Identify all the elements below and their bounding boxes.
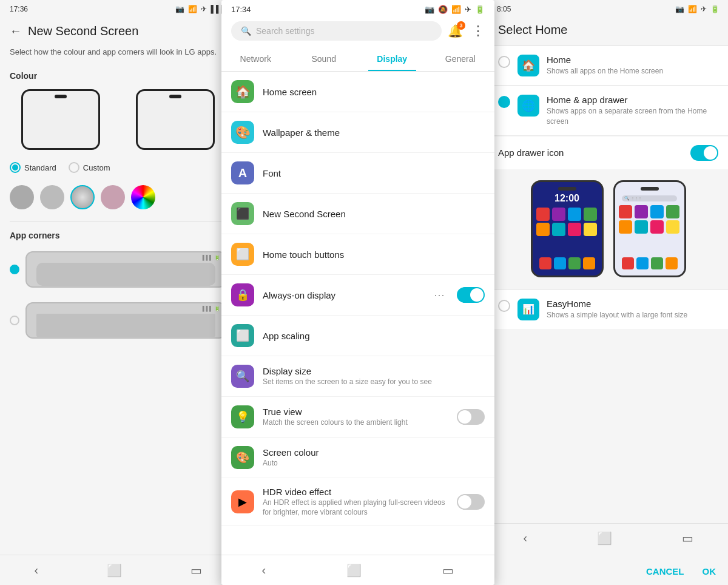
left-page-title: New Second Screen <box>28 24 138 38</box>
font-text: Font <box>263 168 485 178</box>
app-icon <box>584 223 597 236</box>
right-status-bar: 8:05 📷 📶 ✈ 🔋 <box>488 0 728 18</box>
app-scaling-title: App scaling <box>263 331 485 341</box>
settings-list: 🏠 Home screen 🎨 Wallpaper & theme A Font… <box>221 72 494 560</box>
second-screen-title: New Second Screen <box>263 209 485 219</box>
bell-wrap[interactable]: 🔔 3 <box>448 24 463 38</box>
tab-display[interactable]: Display <box>358 47 426 71</box>
tab-sound[interactable]: Sound <box>290 47 359 71</box>
left-subtitle: Select how the colour and app corners wi… <box>0 47 236 66</box>
easy-home-icon: 📊 <box>517 299 539 320</box>
app-icon <box>568 223 581 236</box>
app-scaling-text: App scaling <box>263 331 485 341</box>
right-back-nav[interactable]: ‹ <box>523 531 527 545</box>
home-option[interactable]: 🏠 Home Shows all apps on the Home screen <box>488 46 728 86</box>
standard-radio[interactable] <box>10 162 21 173</box>
custom-option[interactable]: Custom <box>69 162 110 173</box>
hdr-subtitle: An HDR effect is applied when playing fu… <box>263 498 448 517</box>
settings-item-second-screen[interactable]: ⬛ New Second Screen <box>221 194 494 234</box>
display-size-icon: 🔍 <box>231 365 254 388</box>
search-bar[interactable]: 🔍 Search settings <box>231 21 442 41</box>
corner-option-1[interactable]: ▌▌▌ 🔋 <box>0 246 236 292</box>
settings-item-hdr[interactable]: ▶ HDR video effect An HDR effect is appl… <box>221 478 494 526</box>
colour-circle-1[interactable] <box>10 185 34 209</box>
left-panel: 17:36 📷 📶 ✈ ▌▌▌ ← New Second Screen Sele… <box>0 0 237 585</box>
right-nav-bar: ‹ ⬜ ▭ <box>488 523 728 552</box>
colour-circle-3[interactable] <box>70 185 95 209</box>
center-home-nav[interactable]: ⬜ <box>346 563 362 578</box>
app-icon <box>635 205 648 218</box>
left-home-nav[interactable]: ⬜ <box>107 563 122 578</box>
ok-button[interactable]: OK <box>703 566 716 577</box>
screenshot-icon: 📷 <box>425 5 434 14</box>
easy-home-option[interactable]: 📊 EasyHome Shows a simple layout with a … <box>488 289 728 329</box>
center-status-icons: 📷 🔕 📶 ✈ 🔋 <box>425 5 485 14</box>
tab-general[interactable]: General <box>426 47 495 71</box>
cancel-button[interactable]: CANCEL <box>646 566 684 577</box>
display-size-text: Display size Set items on the screen to … <box>263 366 485 387</box>
corner-radio-2[interactable] <box>10 316 19 325</box>
home-app-drawer-option[interactable]: 🌐 Home & app drawer Shows apps on a sepa… <box>488 86 728 136</box>
preview-dock-dark <box>539 257 595 269</box>
center-back-nav[interactable]: ‹ <box>262 563 266 577</box>
home-option-icon: 🏠 <box>517 55 539 76</box>
corner-radio-1[interactable] <box>10 265 19 274</box>
colour-circle-5[interactable] <box>131 185 155 209</box>
settings-item-home-touch[interactable]: ⬜ Home touch buttons <box>221 234 494 275</box>
tab-bar: Network Sound Display General <box>221 47 494 72</box>
home-radio[interactable] <box>498 56 510 68</box>
back-button[interactable]: ← <box>10 24 22 38</box>
corner-option-2[interactable]: ▌▌▌ 🔋 <box>0 297 236 343</box>
hdr-title: HDR video effect <box>263 487 448 497</box>
left-time: 17:36 <box>10 5 28 13</box>
settings-item-screen-colour[interactable]: 🎨 Screen colour Auto <box>221 438 494 478</box>
left-back-nav[interactable]: ‹ <box>34 563 38 577</box>
settings-item-home-screen[interactable]: 🏠 Home screen <box>221 72 494 112</box>
preview-app-grid-dark <box>536 208 598 236</box>
settings-item-font[interactable]: A Font <box>221 153 494 194</box>
right-home-nav[interactable]: ⬜ <box>597 531 612 546</box>
always-on-more[interactable]: ⋯ <box>434 288 445 302</box>
left-status-icons: 📷 📶 ✈ ▌▌▌ <box>175 5 226 13</box>
settings-item-always-on[interactable]: 🔒 Always-on display ⋯ <box>221 275 494 316</box>
settings-item-display-size[interactable]: 🔍 Display size Set items on the screen t… <box>221 356 494 397</box>
airplane-status-icon: ✈ <box>701 5 707 13</box>
right-panel: 8:05 📷 📶 ✈ 🔋 Select Home 🏠 Home Shows al… <box>488 0 728 585</box>
always-on-toggle[interactable] <box>457 287 485 303</box>
app-icon <box>584 208 597 221</box>
font-icon: A <box>231 161 254 184</box>
app-drawer-toggle[interactable] <box>690 145 718 161</box>
search-placeholder: Search settings <box>256 26 315 36</box>
home-touch-text: Home touch buttons <box>263 249 485 260</box>
home-option-subtitle: Shows all apps on the Home screen <box>547 66 718 76</box>
settings-item-true-view[interactable]: 💡 True view Match the screen colours to … <box>221 397 494 438</box>
settings-item-wallpaper[interactable]: 🎨 Wallpaper & theme <box>221 112 494 153</box>
tab-network[interactable]: Network <box>221 47 290 71</box>
search-icon: 🔍 <box>241 26 251 36</box>
phone-previews: 12:00 🔍 ⋮⋮⋮ <box>488 174 728 289</box>
screen-colour-title: Screen colour <box>263 447 485 458</box>
left-recents-nav[interactable]: ▭ <box>190 563 202 578</box>
true-view-toggle[interactable] <box>457 409 485 425</box>
more-options-icon[interactable]: ⋮ <box>471 23 485 39</box>
custom-radio[interactable] <box>69 162 79 173</box>
colour-circle-4[interactable] <box>101 185 125 209</box>
hdr-toggle[interactable] <box>457 494 485 510</box>
standard-label: Standard <box>24 163 56 172</box>
dock-icon <box>583 257 595 269</box>
preview-app-grid-light <box>619 205 681 234</box>
colour-circle-2[interactable] <box>40 185 64 209</box>
corner-mockup-2: ▌▌▌ 🔋 <box>25 302 226 339</box>
camera-icon: 📷 <box>175 5 184 13</box>
easy-home-radio[interactable] <box>498 300 510 312</box>
home-app-drawer-radio[interactable] <box>498 96 510 108</box>
colour-section-label: Colour <box>0 66 236 87</box>
right-status-icons: 📷 📶 ✈ 🔋 <box>675 5 720 13</box>
center-recents-nav[interactable]: ▭ <box>442 563 454 578</box>
center-status-bar: 17:34 📷 🔕 📶 ✈ 🔋 <box>221 0 494 18</box>
settings-item-app-scaling[interactable]: ⬜ App scaling <box>221 316 494 356</box>
home-screen-title: Home screen <box>263 87 485 97</box>
always-on-title: Always-on display <box>263 290 425 300</box>
standard-option[interactable]: Standard <box>10 162 56 173</box>
right-recents-nav[interactable]: ▭ <box>682 531 693 546</box>
